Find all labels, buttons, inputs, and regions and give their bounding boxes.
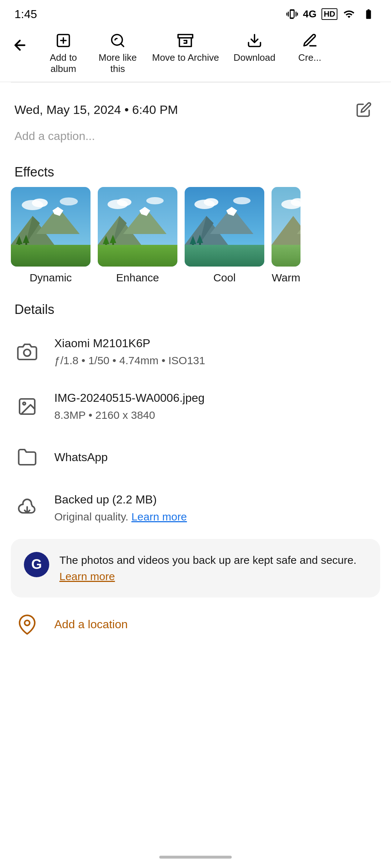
effect-warm[interactable]: Warm (272, 187, 300, 284)
effects-title: Effects (0, 161, 391, 187)
camera-device: Xiaomi M2101K6P (54, 335, 377, 352)
move-to-archive-label: Move to Archive (152, 52, 219, 63)
more-like-this-label: More likethis (98, 52, 136, 75)
status-time: 1:45 (14, 8, 37, 21)
status-bar: 1:45 4G HD (0, 0, 391, 25)
camera-icon (14, 339, 40, 365)
file-info: IMG-20240515-WA0006.jpeg 8.3MP • 2160 x … (54, 390, 377, 423)
svg-rect-4 (178, 35, 193, 38)
effect-thumb-dynamic (11, 187, 91, 267)
details-title: Details (0, 298, 391, 324)
file-specs: 8.3MP • 2160 x 3840 (54, 408, 377, 423)
backup-status: Backed up (2.2 MB) (54, 492, 377, 508)
status-icons: 4G HD (286, 8, 377, 20)
backup-quality: Original quality. Learn more (54, 509, 377, 524)
network-icon: 4G (303, 8, 316, 20)
backup-info: Backed up (2.2 MB) Original quality. Lea… (54, 492, 377, 524)
svg-rect-19 (11, 245, 91, 267)
create-label: Cre... (298, 52, 321, 63)
toolbar-move-to-archive[interactable]: Move to Archive (145, 29, 226, 78)
effects-row: Dynamic (0, 187, 391, 284)
effect-thumb-cool (185, 187, 264, 267)
camera-detail: Xiaomi M2101K6P ƒ/1.8 • 1/50 • 4.74mm • … (0, 324, 391, 379)
folder-info: WhatsApp (54, 449, 377, 465)
effect-enhance[interactable]: Enhance (98, 187, 177, 284)
backup-detail: Backed up (2.2 MB) Original quality. Lea… (0, 481, 391, 535)
signal-icon (342, 8, 356, 20)
add-location[interactable]: Add a location (0, 605, 391, 648)
security-text: The photos and videos you back up are ke… (59, 552, 367, 584)
svg-rect-52 (272, 245, 300, 267)
edit-date-button[interactable] (351, 97, 377, 122)
svg-point-36 (233, 197, 251, 204)
add-to-album-label: Add toalbum (50, 52, 77, 75)
svg-point-23 (146, 197, 164, 204)
svg-rect-32 (98, 245, 177, 267)
svg-rect-45 (185, 245, 264, 267)
svg-point-53 (24, 349, 31, 356)
security-card: G The photos and videos you back up are … (11, 539, 380, 597)
google-shield-icon: G (24, 552, 49, 577)
date-section: Wed, May 15, 2024 • 6:40 PM (0, 82, 391, 126)
hd-icon: HD (321, 8, 337, 20)
caption-placeholder: Add a caption... (14, 129, 95, 142)
folder-name: WhatsApp (54, 449, 377, 465)
effect-dynamic-label: Dynamic (30, 272, 72, 284)
file-name: IMG-20240515-WA0006.jpeg (54, 390, 377, 406)
battery-icon (361, 8, 377, 20)
svg-point-57 (25, 620, 30, 625)
bottom-bar (0, 846, 391, 868)
effect-thumb-enhance (98, 187, 177, 267)
camera-info: Xiaomi M2101K6P ƒ/1.8 • 1/50 • 4.74mm • … (54, 335, 377, 368)
effect-cool[interactable]: Cool (185, 187, 264, 284)
cloud-icon (14, 495, 40, 520)
effect-enhance-label: Enhance (116, 272, 159, 284)
toolbar-more-like-this[interactable]: More likethis (91, 29, 145, 78)
svg-point-9 (32, 199, 48, 207)
folder-icon (14, 444, 40, 470)
photo-date: Wed, May 15, 2024 • 6:40 PM (14, 103, 178, 117)
svg-point-22 (117, 198, 131, 206)
toolbar-items: Add toalbum More likethis Move to Archiv… (36, 29, 391, 78)
effects-section: Effects (0, 154, 391, 284)
effect-warm-label: Warm (272, 272, 300, 284)
toolbar-download[interactable]: Download (226, 29, 283, 78)
file-detail: IMG-20240515-WA0006.jpeg 8.3MP • 2160 x … (0, 379, 391, 434)
vibrate-icon (286, 8, 298, 20)
effect-cool-label: Cool (213, 272, 236, 284)
bottom-indicator (159, 856, 232, 859)
caption-area[interactable]: Add a caption... (0, 126, 391, 154)
effect-thumb-warm (272, 187, 300, 267)
download-label: Download (234, 52, 276, 63)
backup-learn-more[interactable]: Learn more (131, 511, 187, 523)
image-icon (14, 394, 40, 419)
back-button[interactable] (4, 29, 36, 61)
security-learn-more[interactable]: Learn more (59, 570, 115, 582)
svg-point-35 (204, 198, 218, 206)
toolbar-add-to-album[interactable]: Add toalbum (36, 29, 91, 78)
svg-point-10 (60, 197, 78, 205)
location-icon (14, 612, 40, 637)
folder-detail: WhatsApp (0, 434, 391, 481)
svg-point-55 (23, 402, 25, 405)
camera-specs: ƒ/1.8 • 1/50 • 4.74mm • ISO131 (54, 353, 377, 368)
effect-dynamic[interactable]: Dynamic (11, 187, 91, 284)
details-section: Details Xiaomi M2101K6P ƒ/1.8 • 1/50 • 4… (0, 288, 391, 648)
toolbar: Add toalbum More likethis Move to Archiv… (0, 25, 391, 82)
location-label[interactable]: Add a location (54, 618, 128, 631)
toolbar-create[interactable]: Cre... (283, 29, 337, 78)
